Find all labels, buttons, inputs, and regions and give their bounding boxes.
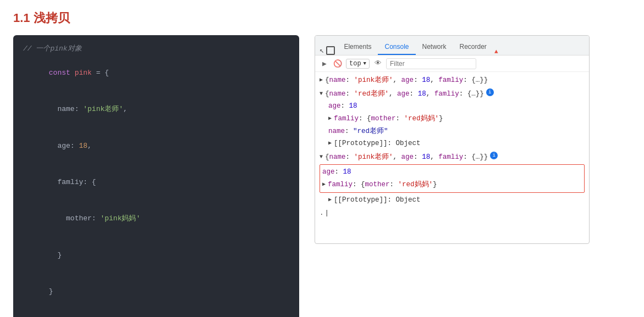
code-line-2: name: 'pink老师', xyxy=(23,91,289,127)
main-content: // 一个pink对象 const pink = { name: 'pink老师… xyxy=(13,35,631,317)
console-row-3: ▼ {name: 'pink老师', age: 18, famliy: {…}}… xyxy=(320,151,585,164)
console-entry-3-children-highlighted: age: 18 ▶ famliy: {mother: 'red妈妈'} xyxy=(320,164,585,192)
toolbar-eye-btn[interactable]: 👁 xyxy=(373,59,383,69)
tab-elements[interactable]: Elements xyxy=(337,40,378,55)
collapse-arrow-1[interactable]: ▶ xyxy=(320,76,323,85)
child-text-2-4: [[Prototype]]: Object xyxy=(334,138,421,149)
code-line-blank xyxy=(23,310,289,317)
tab-console[interactable]: Console xyxy=(378,40,415,55)
code-line-4: famliy: { xyxy=(23,164,289,201)
child-text-2-1: age: 18 xyxy=(328,101,357,112)
child-text-2-2: famliy: {mother: 'red妈妈'} xyxy=(334,113,443,125)
child-text-2-3: name: "red老师" xyxy=(328,126,388,137)
toolbar-ban-btn[interactable]: 🚫 xyxy=(333,59,343,69)
toolbar-filter-area xyxy=(386,58,585,69)
devtools-toolbar: ▶ 🚫 top ▼ 👁 xyxy=(315,55,589,72)
console-text-2: {name: 'red老师', age: 18, famliy: {…}} xyxy=(325,88,484,100)
child-row-2-1: age: 18 xyxy=(328,100,585,113)
console-entry-2-children: age: 18 ▶ famliy: {mother: 'red妈妈'} name… xyxy=(320,100,585,150)
child-arrow-2-4[interactable]: ▶ xyxy=(328,139,332,148)
cursor-icon[interactable]: ↖ xyxy=(320,46,324,55)
code-comment-1: // 一个pink对象 xyxy=(23,43,289,55)
tab-network[interactable]: Network xyxy=(416,40,453,55)
console-entry-2: ▼ {name: 'red老师', age: 18, famliy: {…}} … xyxy=(320,88,585,150)
code-line-5: mother: 'pink妈妈' xyxy=(23,201,289,237)
toolbar-top-selector[interactable]: top ▼ xyxy=(346,59,370,69)
child-row-2-3: name: "red老师" xyxy=(328,125,585,138)
devtools-body: ▶ {name: 'pink老师', age: 18, famliy: {…}}… xyxy=(315,72,589,222)
code-block: // 一个pink对象 const pink = { name: 'pink老师… xyxy=(13,35,299,317)
console-entry-3-children-extra: ▶ [[Prototype]]: Object xyxy=(320,194,585,207)
devtools-tabs: ↖ Elements Console Network Recorder ▲ xyxy=(315,36,589,55)
toolbar-play-btn[interactable]: ▶ xyxy=(320,59,329,69)
code-line-3: age: 18, xyxy=(23,128,289,164)
code-line-6: } xyxy=(23,237,289,274)
child-row-3-2: ▶ famliy: {mother: 'red妈妈'} xyxy=(322,179,582,191)
toolbar-top-label: top xyxy=(349,60,361,68)
devtools-panel: ↖ Elements Console Network Recorder ▲ ▶ … xyxy=(315,35,590,244)
console-text-3: {name: 'pink老师', age: 18, famliy: {…}} xyxy=(325,152,488,163)
toolbar-dropdown-icon: ▼ xyxy=(364,61,366,66)
recorder-alert-icon: ▲ xyxy=(494,48,498,55)
code-line-1: const pink = { xyxy=(23,55,289,91)
collapse-arrow-3[interactable]: ▼ xyxy=(320,153,323,162)
child-row-3-1: age: 18 xyxy=(322,166,582,179)
child-text-3-1: age: 18 xyxy=(322,166,351,178)
info-icon-3: i xyxy=(490,152,498,159)
console-input-cursor[interactable]: | xyxy=(325,208,329,219)
child-text-3-2: famliy: {mother: 'red妈妈'} xyxy=(328,179,437,191)
console-entry-1: ▶ {name: 'pink老师', age: 18, famliy: {…}} xyxy=(320,74,585,87)
child-arrow-2-2[interactable]: ▶ xyxy=(328,114,332,124)
page-title: 1.1 浅拷贝 xyxy=(13,10,631,26)
filter-input[interactable] xyxy=(386,58,476,69)
child-row-2-4: ▶ [[Prototype]]: Object xyxy=(328,137,585,150)
tab-icons-left: ↖ xyxy=(320,46,335,55)
console-entry-3: ▼ {name: 'pink老师', age: 18, famliy: {…}}… xyxy=(320,151,585,207)
child-arrow-3-2[interactable]: ▶ xyxy=(322,180,326,190)
tab-recorder[interactable]: Recorder xyxy=(453,40,493,55)
child-arrow-3-3[interactable]: ▶ xyxy=(328,196,332,205)
child-row-3-3: ▶ [[Prototype]]: Object xyxy=(328,194,585,207)
console-prompt: . xyxy=(320,208,324,219)
console-text-1: {name: 'pink老师', age: 18, famliy: {…}} xyxy=(325,75,488,86)
collapse-arrow-2[interactable]: ▼ xyxy=(320,90,323,99)
console-row-2: ▼ {name: 'red老师', age: 18, famliy: {…}} … xyxy=(320,88,585,101)
console-cursor-line: . | xyxy=(320,207,585,220)
code-line-7: } xyxy=(23,274,289,310)
console-row-1: ▶ {name: 'pink老师', age: 18, famliy: {…}} xyxy=(320,74,585,87)
device-icon[interactable] xyxy=(326,46,335,55)
info-icon-2: i xyxy=(486,88,494,96)
child-text-3-3: [[Prototype]]: Object xyxy=(334,194,421,206)
child-row-2-2: ▶ famliy: {mother: 'red妈妈'} xyxy=(328,113,585,125)
